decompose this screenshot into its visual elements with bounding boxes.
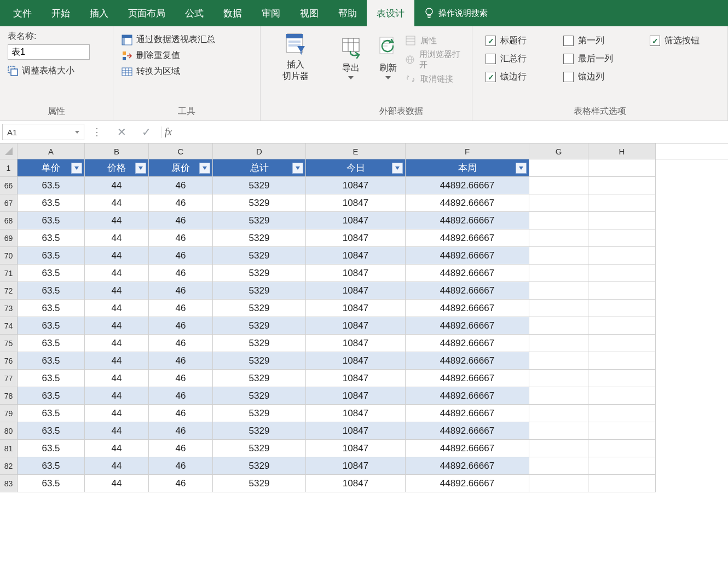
cell[interactable]: 10847	[306, 282, 406, 300]
cell[interactable]	[529, 422, 588, 440]
table-header-cell[interactable]: 今日	[306, 159, 406, 177]
name-box[interactable]: A1	[2, 124, 84, 140]
cell[interactable]	[529, 265, 588, 282]
cell[interactable]: 10847	[306, 405, 406, 422]
filter-button[interactable]	[516, 163, 527, 174]
cell[interactable]	[529, 475, 588, 492]
cell[interactable]: 46	[149, 177, 213, 194]
cancel-formula-button[interactable]: ✕	[109, 125, 134, 139]
cell[interactable]: 5329	[213, 335, 306, 352]
chk-filter-button[interactable]: 筛选按钮	[650, 35, 720, 47]
cell[interactable]: 46	[149, 457, 213, 475]
cell[interactable]: 63.5	[18, 387, 85, 405]
row-header[interactable]: 75	[0, 335, 18, 352]
cell[interactable]	[588, 300, 656, 317]
cell[interactable]: 63.5	[18, 475, 85, 492]
cell[interactable]	[588, 387, 656, 405]
row-header[interactable]: 79	[0, 405, 18, 422]
cell[interactable]	[588, 440, 656, 457]
cell[interactable]: 10847	[306, 352, 406, 370]
cell[interactable]: 10847	[306, 422, 406, 440]
cell[interactable]: 5329	[213, 352, 306, 370]
cell[interactable]: 63.5	[18, 300, 85, 317]
insert-slicer-button[interactable]: 插入 切片器	[282, 33, 309, 82]
cell[interactable]: 63.5	[18, 265, 85, 282]
cell[interactable]: 5329	[213, 405, 306, 422]
cell[interactable]: 5329	[213, 247, 306, 265]
cell[interactable]	[529, 370, 588, 387]
cell[interactable]: 63.5	[18, 405, 85, 422]
cell[interactable]: 10847	[306, 387, 406, 405]
cell[interactable]: 46	[149, 387, 213, 405]
cell[interactable]	[588, 247, 656, 265]
cell[interactable]: 46	[149, 335, 213, 352]
cell[interactable]	[529, 229, 588, 247]
cell[interactable]	[588, 212, 656, 229]
cell[interactable]	[588, 265, 656, 282]
cell[interactable]: 5329	[213, 440, 306, 457]
cell[interactable]: 63.5	[18, 440, 85, 457]
col-header-G[interactable]: G	[529, 143, 588, 159]
cell[interactable]	[588, 335, 656, 352]
cell[interactable]: 44	[85, 282, 149, 300]
cell[interactable]: 44892.66667	[406, 335, 529, 352]
cell[interactable]: 46	[149, 370, 213, 387]
cell[interactable]	[529, 247, 588, 265]
tab-review[interactable]: 审阅	[252, 0, 290, 26]
cell[interactable]	[529, 159, 588, 177]
col-header-E[interactable]: E	[306, 143, 406, 159]
select-all-corner[interactable]	[0, 143, 18, 159]
cell[interactable]: 44892.66667	[406, 352, 529, 370]
cell[interactable]: 44892.66667	[406, 300, 529, 317]
cell[interactable]: 5329	[213, 370, 306, 387]
cell[interactable]	[529, 352, 588, 370]
cell[interactable]: 63.5	[18, 422, 85, 440]
cell[interactable]: 44892.66667	[406, 387, 529, 405]
cell[interactable]	[529, 177, 588, 194]
cell[interactable]: 44	[85, 229, 149, 247]
cell[interactable]: 44892.66667	[406, 457, 529, 475]
row-header[interactable]: 83	[0, 475, 18, 492]
row-header[interactable]: 77	[0, 370, 18, 387]
cell[interactable]: 10847	[306, 370, 406, 387]
cell[interactable]: 44	[85, 177, 149, 194]
cell[interactable]: 44892.66667	[406, 212, 529, 229]
cell[interactable]: 46	[149, 352, 213, 370]
cell[interactable]: 44892.66667	[406, 265, 529, 282]
cell[interactable]: 44892.66667	[406, 247, 529, 265]
cell[interactable]	[588, 457, 656, 475]
cell[interactable]: 5329	[213, 317, 306, 335]
chk-first-column[interactable]: 第一列	[563, 35, 633, 47]
cell[interactable]	[588, 422, 656, 440]
cell[interactable]: 63.5	[18, 194, 85, 212]
row-header[interactable]: 72	[0, 282, 18, 300]
row-header[interactable]: 66	[0, 177, 18, 194]
cell[interactable]: 46	[149, 212, 213, 229]
cell[interactable]: 44892.66667	[406, 440, 529, 457]
tab-view[interactable]: 视图	[290, 0, 328, 26]
row-header[interactable]: 82	[0, 457, 18, 475]
cell[interactable]: 44	[85, 212, 149, 229]
cell[interactable]: 10847	[306, 265, 406, 282]
row-header[interactable]: 74	[0, 317, 18, 335]
cell[interactable]: 5329	[213, 282, 306, 300]
cell[interactable]	[588, 282, 656, 300]
tab-table-design[interactable]: 表设计	[367, 0, 414, 26]
filter-button[interactable]	[292, 163, 303, 174]
cell[interactable]: 5329	[213, 194, 306, 212]
col-header-C[interactable]: C	[149, 143, 213, 159]
remove-duplicates-button[interactable]: 删除重复值	[121, 50, 252, 61]
tab-insert[interactable]: 插入	[80, 0, 118, 26]
tab-layout[interactable]: 页面布局	[118, 0, 175, 26]
cell[interactable]: 5329	[213, 229, 306, 247]
row-header[interactable]: 76	[0, 352, 18, 370]
cell[interactable]: 63.5	[18, 212, 85, 229]
cell[interactable]	[588, 229, 656, 247]
cell[interactable]	[529, 300, 588, 317]
cell[interactable]: 44892.66667	[406, 317, 529, 335]
cell[interactable]: 5329	[213, 457, 306, 475]
cell[interactable]: 44892.66667	[406, 282, 529, 300]
tab-formula[interactable]: 公式	[175, 0, 213, 26]
cell[interactable]	[529, 212, 588, 229]
cell[interactable]: 46	[149, 300, 213, 317]
